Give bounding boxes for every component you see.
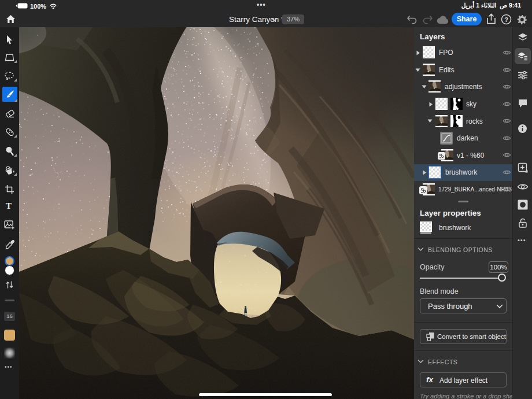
svg-text:?: ?	[504, 16, 508, 23]
svg-text:100%: 100%	[30, 3, 46, 10]
